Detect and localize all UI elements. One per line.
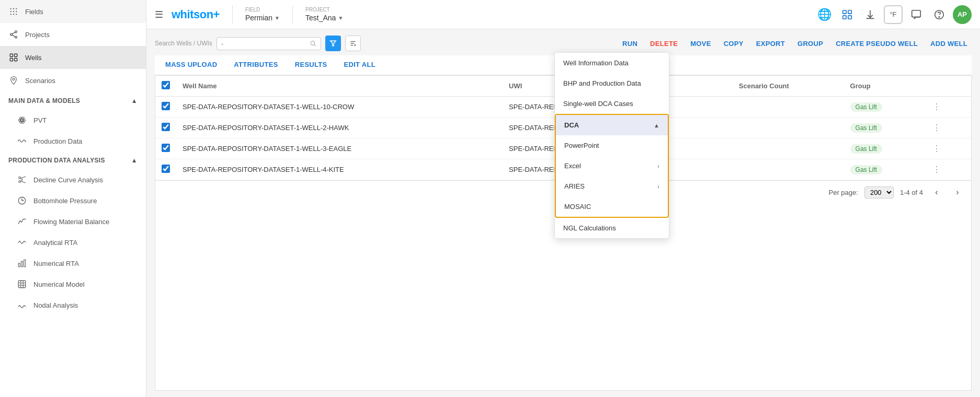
select-all-checkbox[interactable] — [162, 81, 170, 89]
sidebar-item-label: Production Data — [33, 137, 82, 145]
grid-square-icon[interactable] — [838, 5, 857, 24]
per-page-select[interactable]: 200 50 100 — [864, 186, 894, 198]
row-checkbox[interactable] — [162, 123, 170, 131]
svg-line-25 — [20, 181, 26, 183]
export-button[interactable]: EXPORT — [752, 38, 789, 50]
chevron-right-icon: › — [657, 163, 659, 169]
export-dropdown: Well Information Data BHP and Production… — [554, 52, 669, 239]
row-actions-cell: ⋮ — [923, 159, 971, 180]
sidebar-item-label: Flowing Material Balance — [33, 218, 109, 226]
globe-icon[interactable]: 🌐 — [815, 5, 834, 24]
delete-button[interactable]: DELETE — [646, 38, 682, 50]
field-dropdown[interactable]: Permian ▼ — [245, 14, 280, 22]
dropdown-item-dca-header[interactable]: DCA ▲ — [556, 115, 668, 135]
sidebar: Fields Projects Wells Scenarios Main Dat… — [0, 0, 146, 397]
chart-bar-icon — [17, 258, 27, 268]
row-actions-cell: ⋮ — [923, 97, 971, 118]
search-input[interactable] — [221, 40, 307, 48]
sidebar-item-fields[interactable]: Fields — [0, 0, 146, 23]
svg-rect-16 — [10, 59, 13, 61]
sidebar-item-numerical-model[interactable]: Numerical Model — [0, 274, 146, 295]
sidebar-item-numerical-rta[interactable]: Numerical RTA — [0, 253, 146, 274]
sidebar-item-bottomhole-pressure[interactable]: Bottomhole Pressure — [0, 190, 146, 211]
section-production-data-analysis[interactable]: Production Data Analysis ▲ — [0, 151, 146, 169]
dropdown-item-aries[interactable]: ARIES › — [556, 176, 668, 196]
next-page-button[interactable]: › — [950, 185, 965, 200]
row-checkbox[interactable] — [162, 102, 170, 110]
chevron-up-icon: ▲ — [654, 122, 659, 129]
scenario-count-cell — [733, 118, 844, 138]
sidebar-item-wells[interactable]: Wells — [0, 46, 146, 69]
project-dropdown[interactable]: Test_Ana ▼ — [305, 14, 343, 22]
sidebar-item-label: Nodal Analysis — [33, 301, 78, 309]
sidebar-item-flowing-material-balance[interactable]: Flowing Material Balance — [0, 211, 146, 232]
dropdown-item-bhp-production-data[interactable]: BHP and Production Data — [555, 73, 669, 94]
group-cell: Gas Lift — [844, 97, 923, 118]
breadcrumb: Search Wells / UWIs — [155, 40, 212, 47]
field-selector: Field Permian ▼ — [245, 7, 280, 22]
dropdown-item-mosaic[interactable]: MOSAIC — [556, 196, 668, 217]
avatar[interactable]: AP — [953, 5, 972, 24]
row-menu-button[interactable]: ⋮ — [929, 164, 944, 175]
project-selector: Project Test_Ana ▼ — [305, 7, 343, 22]
svg-rect-34 — [18, 281, 26, 288]
svg-rect-17 — [15, 59, 17, 61]
tab-edit-all[interactable]: EDIT ALL — [336, 55, 384, 75]
well-name-cell: SPE-DATA-REPOSITORY-DATASET-1-WELL-3-EAG… — [176, 138, 503, 159]
row-menu-button[interactable]: ⋮ — [929, 101, 944, 112]
dropdown-item-well-information-data[interactable]: Well Information Data — [555, 53, 669, 73]
sidebar-item-label: Fields — [25, 8, 43, 16]
prev-page-button[interactable]: ‹ — [929, 185, 944, 200]
svg-rect-15 — [15, 54, 17, 56]
download-icon[interactable] — [861, 5, 880, 24]
group-cell: Gas Lift — [844, 138, 923, 159]
group-button[interactable]: GROUP — [793, 38, 827, 50]
dropdown-item-powerpoint[interactable]: PowerPoint — [556, 135, 668, 156]
dropdown-item-single-well-dca[interactable]: Single-well DCA Cases — [555, 94, 669, 114]
section-main-data-models[interactable]: Main Data & Models ▲ — [0, 92, 146, 110]
svg-point-1 — [13, 8, 14, 9]
actions-header — [923, 76, 971, 97]
chart-line-icon — [17, 216, 27, 227]
row-checkbox[interactable] — [162, 165, 170, 173]
sidebar-item-analytical-rta[interactable]: Analytical RTA — [0, 232, 146, 253]
svg-point-8 — [16, 14, 17, 15]
sidebar-item-label: Analytical RTA — [33, 239, 77, 247]
run-button[interactable]: RUN — [618, 38, 642, 50]
row-checkbox-cell — [155, 138, 176, 159]
sidebar-item-projects[interactable]: Projects — [0, 23, 146, 46]
tab-mass-upload[interactable]: MASS UPLOAD — [157, 55, 225, 75]
row-menu-button[interactable]: ⋮ — [929, 143, 944, 154]
scenario-count-cell — [733, 97, 844, 118]
logo: whitson+ — [172, 8, 220, 21]
search-action-bar: Search Wells / UWIs RUN DELETE MOVE COPY… — [155, 36, 972, 51]
sidebar-item-production-data[interactable]: Production Data — [0, 131, 146, 151]
scissors-icon — [17, 174, 27, 185]
copy-button[interactable]: COPY — [720, 38, 748, 50]
comment-icon[interactable] — [907, 5, 926, 24]
dropdown-item-excel[interactable]: Excel › — [556, 156, 668, 176]
well-name-cell: SPE-DATA-REPOSITORY-DATASET-1-WELL-4-KIT… — [176, 159, 503, 180]
temperature-icon[interactable]: °F — [884, 5, 903, 24]
svg-point-5 — [16, 11, 17, 12]
row-checkbox[interactable] — [162, 144, 170, 152]
sidebar-item-nodal-analysis[interactable]: Nodal Analysis — [0, 295, 146, 316]
add-well-button[interactable]: ADD WELL — [926, 38, 972, 50]
scenarios-icon — [8, 75, 19, 86]
sidebar-item-scenarios[interactable]: Scenarios — [0, 69, 146, 92]
tab-results[interactable]: RESULTS — [287, 55, 336, 75]
create-pseudo-well-button[interactable]: CREATE PSEUDO WELL — [831, 38, 922, 50]
dropdown-item-ngl-calculations[interactable]: NGL Calculations — [555, 218, 669, 238]
chevron-down-icon: ▼ — [275, 15, 280, 21]
menu-icon[interactable]: ☰ — [155, 9, 163, 20]
sidebar-item-label: Numerical RTA — [33, 260, 79, 267]
sidebar-item-pvt[interactable]: PVT — [0, 110, 146, 131]
tab-attributes[interactable]: ATTRIBUTES — [225, 55, 286, 75]
row-menu-button[interactable]: ⋮ — [929, 122, 944, 133]
help-icon[interactable] — [930, 5, 949, 24]
sidebar-item-decline-curve-analysis[interactable]: Decline Curve Analysis — [0, 169, 146, 190]
filter-button[interactable] — [325, 36, 341, 51]
move-button[interactable]: MOVE — [686, 38, 715, 50]
sort-button[interactable] — [345, 36, 361, 51]
svg-point-2 — [16, 8, 17, 9]
